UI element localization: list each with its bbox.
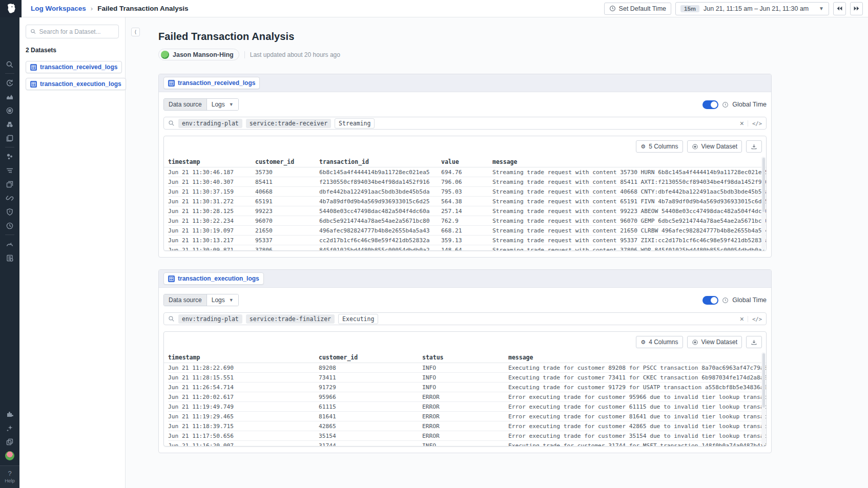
download-icon: [751, 143, 757, 150]
table-row[interactable]: Jun 21 11:26:54.71491729INFOExecuting tr…: [168, 383, 766, 392]
data-source-select[interactable]: Data source Logs▼: [163, 294, 239, 306]
table-cell: 796.06: [441, 177, 492, 186]
table-row[interactable]: Jun 21 11:18:39.71542865ERRORError execu…: [168, 421, 766, 431]
table-row[interactable]: Jun 21 11:19:49.74961115ERRORError execu…: [168, 402, 766, 412]
global-time-toggle[interactable]: [702, 296, 718, 305]
column-header[interactable]: timestamp: [168, 352, 319, 363]
query-chip[interactable]: env:trading-plat: [178, 119, 242, 128]
service-map-icon[interactable]: [3, 150, 17, 163]
table-scrollbar[interactable]: [761, 352, 766, 445]
query-chip[interactable]: service:trade-finalizer: [246, 314, 335, 324]
column-header[interactable]: status: [422, 352, 508, 363]
help-section[interactable]: ? Help: [0, 465, 19, 488]
dataset-chip[interactable]: transaction_execution_logs: [163, 272, 264, 285]
table-cell: Executing trade for customer 73411 for C…: [508, 373, 766, 382]
table-row[interactable]: Jun 21 11:16:20.00731744INFOExecuting tr…: [168, 441, 766, 446]
query-bar[interactable]: env:trading-platservice:trade-receiverSt…: [163, 117, 767, 130]
data-source-select[interactable]: Data source Logs▼: [163, 98, 239, 111]
clear-query-icon[interactable]: ×: [740, 315, 744, 323]
integrations-icon[interactable]: [3, 191, 17, 205]
search-icon[interactable]: [3, 57, 17, 71]
table-row[interactable]: Jun 21 11:19:29.46581641ERRORError execu…: [168, 412, 766, 421]
column-header[interactable]: message: [508, 352, 766, 363]
security-shield-icon[interactable]: [3, 205, 17, 219]
time-range-picker[interactable]: 15m Jun 21, 11:15 am – Jun 21, 11:30 am …: [675, 2, 829, 15]
download-button[interactable]: [746, 336, 762, 348]
table-cell: Jun 21 11:30:40.307: [168, 177, 255, 186]
datadog-logo[interactable]: [0, 0, 22, 17]
time-skip-back-button[interactable]: [833, 2, 846, 15]
view-dataset-button[interactable]: View Dataset: [687, 140, 742, 153]
rail-divider: [5, 147, 14, 147]
sidebar-collapse-button[interactable]: ⟨: [131, 28, 140, 36]
marketplace-icon[interactable]: [3, 407, 17, 421]
dataset-search-input[interactable]: [39, 28, 114, 35]
user-avatar[interactable]: [3, 449, 17, 462]
search-icon: [168, 315, 175, 322]
code-view-icon[interactable]: </>: [748, 316, 762, 322]
table-cell: Streaming trade request with content 406…: [492, 187, 766, 196]
table-row[interactable]: Jun 21 11:17:50.65635154ERRORError execu…: [168, 431, 766, 441]
history-icon[interactable]: [3, 76, 17, 90]
query-bar[interactable]: env:trading-platservice:trade-finalizerE…: [163, 312, 767, 325]
breadcrumb-root-link[interactable]: Log Workspaces: [31, 5, 86, 12]
table-row[interactable]: Jun 21 11:28:22.69089208INFOExecuting tr…: [168, 363, 766, 373]
download-button[interactable]: [746, 140, 762, 153]
breadcrumb-current: Failed Transaction Analysis: [97, 5, 188, 12]
dataset-card-execution: transaction_execution_logs Data source L…: [158, 269, 772, 453]
table-row[interactable]: Jun 21 11:30:46.187357306b8c145a4f444414…: [168, 167, 766, 177]
copilot-sparkle-icon[interactable]: [3, 421, 17, 435]
log-workspaces-icon[interactable]: [3, 251, 17, 265]
table-row[interactable]: Jun 21 11:30:40.30785411f2130550cf894034…: [168, 177, 766, 187]
table-cell: 35730: [255, 167, 319, 177]
dataset-chip[interactable]: transaction_received_logs: [163, 77, 260, 89]
set-default-time-button[interactable]: Set Default Time: [604, 3, 671, 15]
synthetics-icon[interactable]: [3, 219, 17, 232]
table-row[interactable]: Jun 21 11:28:15.55173411INFOExecuting tr…: [168, 373, 766, 383]
table-row[interactable]: Jun 21 11:30:37.15940668dbfe442ba122491a…: [168, 187, 766, 197]
table-row[interactable]: Jun 21 11:20:02.61795966ERRORError execu…: [168, 392, 766, 402]
columns-button[interactable]: ⚙4 Columns: [636, 336, 683, 348]
query-chip[interactable]: Executing: [338, 314, 378, 324]
column-header[interactable]: value: [441, 156, 492, 167]
table-cell: 73411: [319, 373, 422, 382]
column-header[interactable]: timestamp: [168, 156, 255, 167]
global-time-label: Global Time: [732, 101, 767, 108]
table-cell: ERROR: [422, 412, 508, 421]
apm-gauge-icon[interactable]: [3, 237, 17, 251]
table-row[interactable]: Jun 21 11:30:09.87137806845f01025bd4480b…: [168, 245, 766, 250]
global-time-toggle[interactable]: [702, 100, 718, 109]
column-header[interactable]: transaction_id: [319, 156, 441, 167]
metrics-icon[interactable]: [3, 90, 17, 103]
code-view-icon[interactable]: </>: [748, 120, 762, 126]
query-chip[interactable]: Streaming: [335, 118, 375, 129]
column-header[interactable]: message: [492, 156, 766, 167]
table-row[interactable]: Jun 21 11:30:31.272651914b7a89df0d9b4a56…: [168, 197, 766, 206]
table-scrollbar[interactable]: [761, 157, 766, 250]
columns-button[interactable]: ⚙5 Columns: [636, 140, 683, 153]
table-row[interactable]: Jun 21 11:30:28.1259922354408e03cc47498d…: [168, 206, 766, 216]
log-pipelines-icon[interactable]: [3, 163, 17, 177]
table-row[interactable]: Jun 21 11:30:22.234960706dbc5e9214744a78…: [168, 216, 766, 226]
sidebar-dataset-received[interactable]: transaction_received_logs: [26, 61, 122, 73]
clear-query-icon[interactable]: ×: [740, 120, 744, 127]
multi-window-icon[interactable]: [3, 435, 17, 449]
error-tracking-icon[interactable]: [3, 117, 17, 131]
table-cell: Streaming trade request with content 216…: [492, 226, 766, 235]
dashboards-icon[interactable]: [3, 177, 17, 191]
column-header[interactable]: customer_id: [319, 352, 422, 363]
watchdog-icon[interactable]: [3, 103, 17, 117]
software-catalog-icon[interactable]: [3, 131, 17, 145]
query-chip[interactable]: service:trade-receiver: [246, 119, 331, 128]
author-pill[interactable]: Jason Manson-Hing: [158, 49, 239, 60]
table-row[interactable]: Jun 21 11:30:19.09721650496afec982824777…: [168, 226, 766, 236]
query-chip[interactable]: env:trading-plat: [178, 314, 242, 324]
table-cell: Streaming trade request with content 357…: [492, 167, 766, 177]
top-bar: Log Workspaces › Failed Transaction Anal…: [0, 0, 868, 17]
time-skip-forward-button[interactable]: [850, 2, 863, 15]
table-row[interactable]: Jun 21 11:30:13.21795337cc2d17b1cf6c46c9…: [168, 236, 766, 245]
view-dataset-button[interactable]: View Dataset: [687, 336, 742, 348]
sidebar-dataset-execution[interactable]: transaction_execution_logs: [26, 78, 126, 90]
column-header[interactable]: customer_id: [255, 156, 319, 167]
dataset-search[interactable]: [26, 25, 119, 38]
